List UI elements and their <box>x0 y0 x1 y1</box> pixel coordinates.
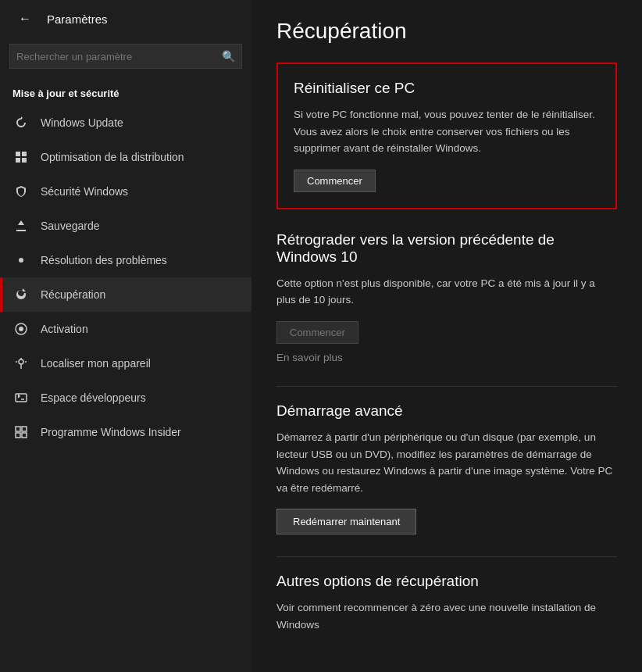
svg-point-5 <box>19 258 23 263</box>
section-heading-demarrage: Démarrage avancé <box>276 402 617 420</box>
sidebar-item-espace-dev[interactable]: Espace développeurs <box>0 381 251 415</box>
svg-rect-11 <box>22 427 27 431</box>
sidebar-item-label-insider: Programme Windows Insider <box>41 426 181 438</box>
sidebar-item-securite[interactable]: Sécurité Windows <box>0 174 251 209</box>
section-autres: Autres options de récupération Voir comm… <box>276 573 617 633</box>
sidebar-section-label: Mise à jour et sécurité <box>0 81 251 105</box>
svg-rect-10 <box>16 427 20 431</box>
svg-rect-13 <box>22 433 27 438</box>
section-heading-autres: Autres options de récupération <box>276 573 617 590</box>
sidebar-item-label-securite: Sécurité Windows <box>41 185 128 198</box>
sidebar-item-optimisation[interactable]: Optimisation de la distribution <box>0 140 251 174</box>
page-title: Récupération <box>276 19 617 44</box>
svg-rect-0 <box>16 152 20 156</box>
recuperation-icon <box>12 286 30 303</box>
sidebar-item-windows-update[interactable]: Windows Update <box>0 105 251 140</box>
svg-point-8 <box>19 359 23 364</box>
svg-rect-9 <box>16 394 27 402</box>
svg-rect-4 <box>16 230 26 231</box>
svg-rect-1 <box>22 152 27 156</box>
insider-icon <box>12 424 30 441</box>
windows-update-icon <box>12 114 30 131</box>
commencer-button-reinitialiser[interactable]: Commencer <box>294 170 376 192</box>
sidebar-item-sauvegarde[interactable]: Sauvegarde <box>0 209 251 243</box>
divider-2 <box>276 556 617 557</box>
activation-icon <box>12 320 30 338</box>
search-box[interactable]: 🔍 <box>9 44 242 69</box>
sidebar-item-localiser[interactable]: Localiser mon appareil <box>0 346 251 381</box>
sidebar-title: Paramètres <box>47 13 108 26</box>
sidebar-item-label-resolution: Résolution des problèmes <box>41 254 167 266</box>
svg-rect-3 <box>22 158 27 163</box>
section-desc-autres: Voir comment recommencer à zéro avec une… <box>276 599 617 633</box>
back-button[interactable]: ← <box>12 6 37 31</box>
sidebar-item-label-localiser: Localiser mon appareil <box>41 357 151 370</box>
sidebar-item-insider[interactable]: Programme Windows Insider <box>0 415 251 449</box>
main-content: Récupération Réinitialiser ce PC Si votr… <box>251 0 642 672</box>
svg-rect-2 <box>16 158 20 163</box>
sidebar-item-label-activation: Activation <box>41 323 88 335</box>
section-desc-demarrage: Démarrez à partir d'un périphérique ou d… <box>276 429 617 496</box>
svg-point-7 <box>19 327 23 331</box>
sidebar-item-label-windows-update: Windows Update <box>41 116 123 129</box>
section-heading-retrograder: Rétrograder vers la version précédente d… <box>276 231 617 266</box>
sidebar-item-recuperation[interactable]: Récupération <box>0 277 251 312</box>
sidebar-item-label-sauvegarde: Sauvegarde <box>41 220 100 232</box>
section-reinitialiser: Réinitialiser ce PC Si votre PC fonction… <box>276 63 617 209</box>
en-savoir-plus-link: En savoir plus <box>276 352 343 363</box>
securite-icon <box>12 183 30 200</box>
sidebar: ← Paramètres 🔍 Mise à jour et sécurité W… <box>0 0 251 672</box>
sidebar-item-activation[interactable]: Activation <box>0 312 251 346</box>
sidebar-item-resolution[interactable]: Résolution des problèmes <box>0 243 251 277</box>
search-icon[interactable]: 🔍 <box>222 50 235 63</box>
sidebar-item-label-espace-dev: Espace développeurs <box>41 391 146 404</box>
localiser-icon <box>12 355 30 372</box>
section-demarrage: Démarrage avancé Démarrez à partir d'un … <box>276 402 617 534</box>
sidebar-item-label-optimisation: Optimisation de la distribution <box>41 151 184 163</box>
resolution-icon <box>12 252 30 269</box>
optimisation-icon <box>12 148 30 166</box>
sidebar-header: ← Paramètres <box>0 0 251 38</box>
redemarrer-button[interactable]: Redémarrer maintenant <box>276 509 416 534</box>
sidebar-item-label-recuperation: Récupération <box>41 288 105 301</box>
svg-rect-12 <box>16 433 20 438</box>
commencer-button-retrograder: Commencer <box>276 321 358 344</box>
espace-dev-icon <box>12 389 30 406</box>
divider-1 <box>276 386 617 387</box>
section-retrograder: Rétrograder vers la version précédente d… <box>276 231 617 364</box>
search-input[interactable] <box>16 51 222 63</box>
section-desc-retrograder: Cette option n'est plus disponible, car … <box>276 275 617 309</box>
section-heading-reinitialiser: Réinitialiser ce PC <box>294 80 600 97</box>
section-desc-reinitialiser: Si votre PC fonctionne mal, vous pouvez … <box>294 106 600 157</box>
sauvegarde-icon <box>12 217 30 234</box>
